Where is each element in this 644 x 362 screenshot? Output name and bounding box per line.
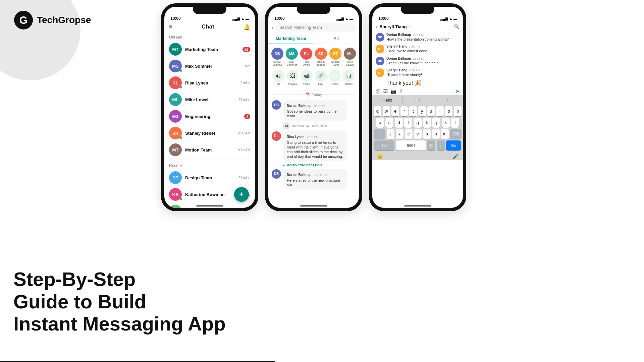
key-shift[interactable]: ⇧ — [374, 129, 385, 139]
key-l[interactable]: l — [451, 118, 459, 128]
key-w[interactable]: w — [383, 106, 390, 116]
key-o[interactable]: o — [445, 106, 453, 116]
tab-all[interactable]: All — [314, 34, 359, 44]
new-chat-fab[interactable]: + — [234, 187, 249, 202]
image-icon[interactable]: 🖼 — [383, 88, 388, 94]
tab-marketing-team[interactable]: Marketing Team — [268, 34, 314, 44]
member-name-mike: Mike Lowell — [344, 60, 356, 66]
key-m[interactable]: m — [441, 129, 449, 139]
key-z[interactable]: z — [387, 129, 394, 139]
mic-toolbar-icon[interactable]: 🎙 — [399, 88, 404, 94]
key-t[interactable]: t — [409, 106, 417, 116]
key-r[interactable]: r — [400, 106, 408, 116]
member-sheryll[interactable]: ST Sheryll Tiang — [329, 48, 341, 66]
key-j[interactable]: j — [432, 118, 440, 128]
msg-sender-risa: Risa Lynes — [287, 135, 304, 139]
dm-avatar-sheryll2: ST — [376, 68, 384, 77]
notification-bell-icon[interactable]: 🔔 — [244, 24, 250, 30]
key-h[interactable]: h — [423, 118, 431, 128]
go-to-conversation-button[interactable]: ↩ GO TO CONVERSATION — [268, 163, 359, 168]
member-max[interactable]: MS Max Sommer — [285, 48, 298, 66]
chat-item-max-sommer[interactable]: MS Max Sommer 1 min — [164, 58, 255, 74]
key-u[interactable]: u — [427, 106, 435, 116]
key-period[interactable]: . — [437, 140, 445, 150]
camera-icon[interactable]: 📷 — [390, 88, 396, 94]
key-backspace[interactable]: ⌫ — [450, 129, 462, 139]
search-icon3[interactable]: 🔍 — [454, 24, 460, 29]
chat-item-mike-lowell[interactable]: ML Mike Lowell 24 mins — [164, 91, 255, 108]
key-e[interactable]: e — [391, 106, 399, 116]
key-space[interactable]: space — [396, 140, 426, 150]
reply-count-row[interactable]: 14 Christina, You, Risa, Daniel — [268, 122, 359, 130]
emoji-keyboard-icon[interactable]: 😊 — [377, 154, 383, 159]
wifi-icon2: ▲ — [345, 17, 348, 20]
chat-item-motion-team[interactable]: MT Motion Team 10:24 AM — [164, 141, 255, 158]
key-d[interactable]: d — [395, 118, 403, 128]
at-icon[interactable]: @ — [376, 88, 380, 94]
member-stanley[interactable]: SR Stanley Riebel — [315, 48, 327, 66]
member-dorian[interactable]: DB Dorian Belknap — [271, 48, 283, 66]
key-n[interactable]: n — [432, 129, 440, 139]
key-q[interactable]: q — [374, 106, 381, 116]
key-p[interactable]: p — [454, 106, 462, 116]
action-me[interactable]: @ Me — [272, 70, 284, 85]
msg-row-dorian1: DB Dorian Belknap 9:00 AM Got some ideas… — [268, 99, 359, 122]
suggestion-hi[interactable]: Hi — [402, 96, 433, 104]
back-button2[interactable]: ‹ — [272, 24, 273, 31]
microphone-icon[interactable]: 🎤 — [452, 154, 458, 159]
key-x[interactable]: x — [396, 129, 404, 139]
chat-item-design-team[interactable]: DT Design Team 24 mins — [164, 169, 255, 186]
group-search-box[interactable]: Search Marketing Team — [275, 23, 356, 32]
suggestion-i[interactable]: I — [433, 96, 463, 104]
chat-item-engineering[interactable]: EG Engineering 4 — [164, 108, 255, 125]
chat-name-risa: Risa Lynes — [185, 80, 237, 85]
key-v[interactable]: v — [414, 129, 422, 139]
chat-info-engineering: Engineering — [185, 114, 241, 119]
action-icon-docs: 📄 — [329, 70, 341, 82]
dm-header-dorian1: Dorian Belknap 1:56 PM — [386, 33, 460, 37]
key-b[interactable]: b — [423, 129, 431, 139]
action-video[interactable]: 📹 Video — [301, 70, 313, 85]
keyboard-bottom-bar: 😊 🎤 — [372, 153, 463, 160]
chat-item-stanley[interactable]: SR Stanley Riebel 10:00 AM — [164, 125, 255, 141]
key-g[interactable]: g — [414, 118, 422, 128]
chat-avatar-motion: MT — [169, 143, 182, 156]
key-123[interactable]: 123 — [374, 140, 394, 150]
key-y[interactable]: y — [418, 106, 426, 116]
member-risa[interactable]: RL Risa Lynes — [300, 48, 313, 66]
bottom-divider — [0, 361, 275, 362]
dm-text-sheryll2: I'll post it here shortly! — [386, 72, 460, 77]
wifi-icon3: ▲ — [449, 17, 452, 20]
member-name-risa: Risa Lynes — [300, 60, 313, 66]
headline-line2: Guide to Build — [13, 291, 226, 313]
key-c[interactable]: c — [405, 129, 413, 139]
chat-info-sf: SF Office — [185, 209, 232, 212]
dm-content-dorian2: Dorian Belknap 1:58 PM Great! Let me kno… — [386, 57, 460, 66]
action-slides[interactable]: 📊 Slides — [343, 70, 355, 85]
back-button3[interactable]: ‹ — [376, 23, 377, 29]
member-name-dorian: Dorian Belknap — [271, 60, 283, 66]
key-s[interactable]: s — [385, 118, 393, 128]
today-section: 📅 Today — [268, 90, 359, 99]
key-at[interactable]: @ — [427, 140, 435, 150]
key-f[interactable]: f — [404, 118, 412, 128]
dm-time-sheryll1: 1:56 PM — [409, 45, 420, 48]
member-mike[interactable]: ML Mike Lowell — [344, 48, 356, 66]
action-images[interactable]: 🖼 Images — [286, 70, 299, 85]
action-link[interactable]: 🔗 Link — [315, 70, 327, 85]
key-a[interactable]: a — [376, 118, 384, 128]
action-docs[interactable]: 📄 Docs — [329, 70, 341, 85]
send-button[interactable]: ➤ — [455, 88, 460, 94]
today-label: Today — [312, 93, 322, 97]
key-i[interactable]: i — [436, 106, 444, 116]
key-k[interactable]: k — [442, 118, 450, 128]
suggestion-hello[interactable]: Hello — [372, 96, 402, 104]
go-to-label: GO TO CONVERSATION — [287, 164, 322, 167]
chat-item-marketing-team[interactable]: MT Marketing Team 22 — [164, 41, 255, 58]
dm-text-dorian1: How's the presentation coming along? — [386, 37, 460, 42]
key-go[interactable]: Go — [446, 140, 461, 150]
chat-item-risa-lynes[interactable]: RL Risa Lynes 2 mins — [164, 74, 255, 91]
menu-icon[interactable]: ≡ — [169, 24, 172, 30]
chat-item-sf-office[interactable]: SF SF Office 12:30 PM — [164, 203, 255, 211]
chat-name-stanley: Stanley Riebel — [185, 131, 233, 136]
